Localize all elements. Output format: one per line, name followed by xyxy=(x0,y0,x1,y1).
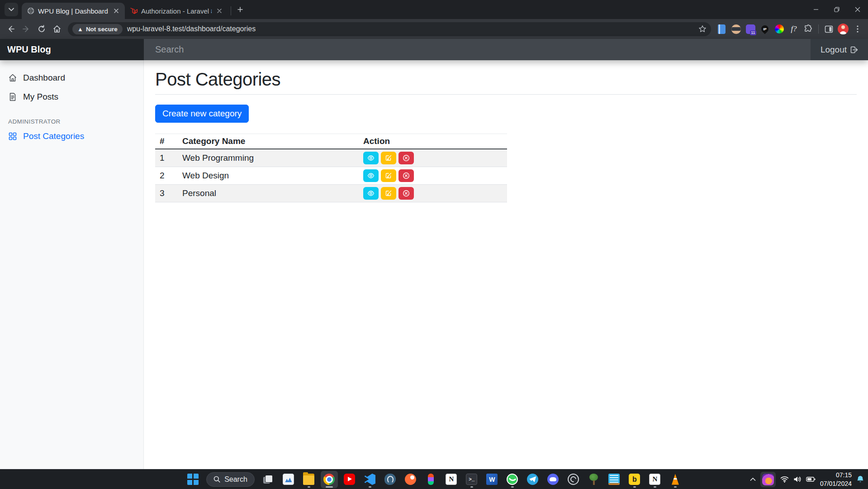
sidebar-item-label: My Posts xyxy=(23,92,58,102)
taskbar-tree-app-icon[interactable] xyxy=(585,471,602,488)
table-row: 3Personal xyxy=(155,185,507,202)
notification-bell-icon[interactable] xyxy=(856,475,864,484)
taskbar-bandicam-icon[interactable] xyxy=(626,471,643,488)
row-number: 2 xyxy=(155,167,178,185)
taskbar-start-icon[interactable] xyxy=(184,471,201,488)
reader-extension-icon[interactable] xyxy=(715,22,728,36)
search-placeholder: Search xyxy=(155,44,184,55)
clock-time: 07:15 xyxy=(820,471,852,479)
volume-icon[interactable] xyxy=(793,476,802,483)
edit-button[interactable] xyxy=(381,152,396,164)
toolbar-divider xyxy=(818,24,819,34)
browser-tab-inactive[interactable]: Authorization - Laravel 8.x - The xyxy=(125,3,228,19)
back-icon[interactable] xyxy=(4,22,18,36)
delete-button[interactable] xyxy=(398,169,414,182)
new-tab-button[interactable] xyxy=(234,3,247,16)
security-chip[interactable]: ▲ Not secure xyxy=(72,24,123,34)
taskbar-postgresql-icon[interactable] xyxy=(382,471,399,488)
sidebar-item-post-categories[interactable]: Post Categories xyxy=(0,127,143,146)
taskbar-vscode-icon[interactable] xyxy=(361,471,379,488)
system-tray: 07:15 07/01/2024 xyxy=(750,470,864,489)
taskbar-telegram-icon[interactable] xyxy=(524,471,541,488)
reload-icon[interactable] xyxy=(34,22,49,36)
taskbar-terminal-icon[interactable] xyxy=(463,471,480,488)
pencil-square-icon xyxy=(385,172,392,179)
table-row: 2Web Design xyxy=(155,167,507,185)
taskbar-search[interactable]: Search xyxy=(206,472,255,487)
box-arrow-right-icon xyxy=(850,46,858,54)
taskbar-notepad-icon[interactable] xyxy=(606,471,623,488)
delete-button[interactable] xyxy=(398,187,414,200)
menu-kebab-icon[interactable] xyxy=(851,22,864,36)
column-header-number: # xyxy=(155,134,178,149)
view-button[interactable] xyxy=(363,187,379,200)
x-circle-icon xyxy=(403,154,410,162)
taskbar-clock[interactable]: 07:15 07/01/2024 xyxy=(820,471,852,487)
taskbar-whatsapp-icon[interactable] xyxy=(504,471,521,488)
brand[interactable]: WPU Blog xyxy=(0,39,144,60)
eye-icon xyxy=(367,172,375,179)
forward-icon[interactable] xyxy=(19,22,33,36)
home-icon[interactable] xyxy=(50,22,64,36)
close-button-icon[interactable] xyxy=(847,0,868,19)
battery-icon[interactable] xyxy=(806,476,816,482)
ip-locator-extension-icon[interactable]: IP xyxy=(758,22,772,36)
taskbar-file-explorer-icon[interactable] xyxy=(300,471,318,488)
taskbar-postman-icon[interactable] xyxy=(402,471,419,488)
tray-app-icon[interactable] xyxy=(760,472,776,487)
chevron-down-icon xyxy=(9,8,14,11)
taskbar-discord-icon[interactable] xyxy=(545,471,562,488)
wifi-icon[interactable] xyxy=(780,476,789,483)
address-bar[interactable]: ▲ Not secure wpu-laravel-8.test/dashboar… xyxy=(68,22,711,36)
tab-title: Authorization - Laravel 8.x - The xyxy=(141,7,212,15)
purple-extension-icon[interactable]: 11 xyxy=(744,22,757,36)
delete-button[interactable] xyxy=(398,152,414,164)
x-circle-icon xyxy=(403,190,410,197)
taskbar-photos-icon[interactable] xyxy=(280,471,297,488)
view-button[interactable] xyxy=(363,152,379,164)
side-panel-icon[interactable] xyxy=(822,22,835,36)
restore-button-icon[interactable] xyxy=(826,0,847,19)
category-name-cell: Personal xyxy=(178,185,359,202)
taskbar-youtube-icon[interactable] xyxy=(341,471,358,488)
categories-table: # Category Name Action 1Web Programming2… xyxy=(155,134,507,202)
taskbar-chrome-icon[interactable] xyxy=(321,471,338,488)
web-app: WPU Blog Search Logout Dashboard xyxy=(0,39,868,469)
house-icon xyxy=(8,73,17,82)
edit-button[interactable] xyxy=(381,187,396,200)
color-picker-extension-icon[interactable] xyxy=(773,22,786,36)
function-extension-icon[interactable]: f? xyxy=(787,22,801,36)
sidebar-item-my-posts[interactable]: My Posts xyxy=(0,87,143,106)
taskbar-notion-2-icon[interactable] xyxy=(646,471,664,488)
view-button[interactable] xyxy=(363,169,379,182)
browser-tab-active[interactable]: WPU Blog | Dashboard xyxy=(22,3,125,19)
extensions-puzzle-icon[interactable] xyxy=(802,22,815,36)
taskbar-obs-icon[interactable] xyxy=(565,471,582,488)
taskbar-task-view-icon[interactable] xyxy=(260,471,277,488)
taskbar-notion-icon[interactable] xyxy=(443,471,460,488)
create-category-button[interactable]: Create new category xyxy=(155,105,249,123)
security-chip-label: Not secure xyxy=(86,26,118,33)
sidebar-item-dashboard[interactable]: Dashboard xyxy=(0,68,143,87)
sidebar-item-label: Post Categories xyxy=(23,131,84,141)
bookmark-star-icon[interactable] xyxy=(698,25,707,33)
tab-close-icon[interactable] xyxy=(215,7,223,15)
profile-avatar[interactable] xyxy=(836,22,850,36)
taskbar-figma-icon[interactable] xyxy=(422,471,440,488)
minimize-button-icon[interactable] xyxy=(806,0,826,19)
laravel-favicon-icon xyxy=(130,7,138,14)
taskbar-word-icon[interactable] xyxy=(484,471,501,488)
page-title: Post Categories xyxy=(155,69,857,95)
navbar-search-input[interactable]: Search xyxy=(144,39,811,60)
privacy-extension-icon[interactable] xyxy=(729,22,743,36)
hidden-icons-chevron-icon[interactable] xyxy=(750,477,756,481)
taskbar-vlc-icon[interactable] xyxy=(667,471,684,488)
logout-link[interactable]: Logout xyxy=(811,39,868,60)
tab-close-icon[interactable] xyxy=(112,7,120,15)
warning-icon: ▲ xyxy=(77,26,83,33)
tab-search-button[interactable] xyxy=(5,3,18,16)
edit-button[interactable] xyxy=(381,169,396,182)
url-text[interactable]: wpu-laravel-8.test/dashboard/categories xyxy=(127,25,694,33)
pencil-square-icon xyxy=(385,190,392,197)
category-name-cell: Web Programming xyxy=(178,149,359,167)
